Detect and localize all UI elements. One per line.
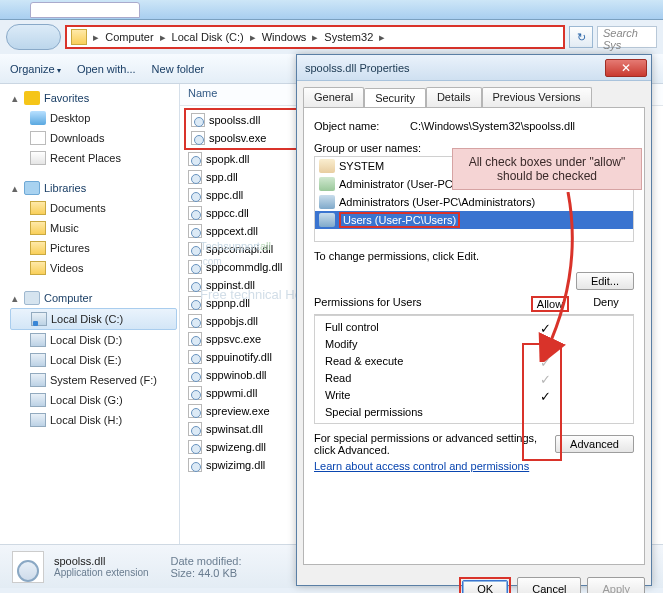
window-tab[interactable] [30, 2, 140, 18]
nav-libraries-header[interactable]: ▴Libraries [8, 178, 179, 198]
computer-icon [24, 291, 40, 305]
allow-check-icon [517, 406, 573, 418]
folder-icon [30, 261, 46, 275]
folder-icon [30, 201, 46, 215]
drive-icon [30, 393, 46, 407]
status-filetype: Application extension [54, 567, 149, 578]
permissions-list: Full control✓Modify✓Read & execute✓Read✓… [314, 315, 634, 424]
group-item[interactable]: Users (User-PC\Users) [315, 211, 633, 229]
folder-icon [71, 29, 87, 45]
user-group-icon [319, 177, 335, 191]
nav-item-music[interactable]: Music [8, 218, 179, 238]
nav-item-drive-d[interactable]: Local Disk (D:) [8, 330, 179, 350]
chevron-right-icon[interactable]: ▸ [91, 31, 101, 44]
exe-icon [191, 131, 205, 145]
refresh-button[interactable]: ↻ [569, 26, 593, 48]
file-icon [188, 332, 202, 346]
cancel-button[interactable]: Cancel [517, 577, 581, 593]
group-item[interactable]: Administrators (User-PC\Administrators) [315, 193, 633, 211]
breadcrumb-segment[interactable]: Local Disk (C:) [168, 31, 248, 43]
status-datemod-label: Date modified: [171, 555, 242, 567]
dialog-buttons: OK Cancel Apply [297, 571, 651, 593]
allow-check-icon: ✓ [517, 372, 573, 387]
allow-check-icon: ✓ [517, 338, 573, 353]
dialog-titlebar[interactable]: spoolss.dll Properties ✕ [297, 55, 651, 81]
organize-menu[interactable]: Organize [10, 63, 61, 75]
chevron-right-icon[interactable]: ▸ [158, 31, 168, 44]
desktop-icon [30, 111, 46, 125]
tab-general[interactable]: General [303, 87, 364, 107]
nav-item-videos[interactable]: Videos [8, 258, 179, 278]
deny-column-header: Deny [578, 296, 634, 312]
file-icon [188, 278, 202, 292]
nav-item-drive-g[interactable]: Local Disk (G:) [8, 390, 179, 410]
apply-button[interactable]: Apply [587, 577, 645, 593]
tab-details[interactable]: Details [426, 87, 482, 107]
drive-icon [30, 413, 46, 427]
change-perm-text: To change permissions, click Edit. [314, 250, 634, 262]
file-icon [188, 296, 202, 310]
nav-pane: ▴Favorites Desktop Downloads Recent Plac… [0, 84, 180, 544]
allow-check-icon: ✓ [517, 355, 573, 370]
learn-link[interactable]: Learn about access control and permissio… [314, 460, 634, 472]
nav-item-documents[interactable]: Documents [8, 198, 179, 218]
nav-item-drive-e[interactable]: Local Disk (E:) [8, 350, 179, 370]
dll-icon [191, 113, 205, 127]
advanced-button[interactable]: Advanced [555, 435, 634, 453]
nav-computer-header[interactable]: ▴Computer [8, 288, 179, 308]
nav-item-drive-f[interactable]: System Reserved (F:) [8, 370, 179, 390]
status-size-label: Size: [171, 567, 195, 579]
file-icon [188, 206, 202, 220]
star-icon [24, 91, 40, 105]
nav-item-downloads[interactable]: Downloads [8, 128, 179, 148]
breadcrumb[interactable]: ▸ Computer ▸ Local Disk (C:) ▸ Windows ▸… [65, 25, 565, 49]
drive-icon [31, 312, 47, 326]
nav-item-pictures[interactable]: Pictures [8, 238, 179, 258]
status-size-value: 44.0 KB [198, 567, 237, 579]
chevron-right-icon[interactable]: ▸ [377, 31, 387, 44]
ok-button[interactable]: OK [462, 580, 508, 593]
chevron-right-icon[interactable]: ▸ [248, 31, 258, 44]
nav-back-forward[interactable] [6, 24, 61, 50]
file-row[interactable]: spoolss.dll [187, 111, 311, 129]
drive-icon [30, 353, 46, 367]
properties-dialog: spoolss.dll Properties ✕ General Securit… [296, 54, 652, 586]
user-group-icon [319, 195, 335, 209]
permission-row: Read & execute✓ [319, 354, 629, 371]
nav-favorites-header[interactable]: ▴Favorites [8, 88, 179, 108]
nav-item-desktop[interactable]: Desktop [8, 108, 179, 128]
address-bar: ▸ Computer ▸ Local Disk (C:) ▸ Windows ▸… [0, 20, 663, 54]
new-folder-button[interactable]: New folder [152, 63, 205, 75]
allow-check-icon: ✓ [517, 389, 573, 404]
file-type-icon [12, 551, 44, 583]
file-icon [188, 224, 202, 238]
drive-icon [30, 373, 46, 387]
window-titlebar [0, 0, 663, 20]
allow-check-icon: ✓ [517, 321, 573, 336]
permission-row: Write✓ [319, 388, 629, 405]
user-group-icon [319, 159, 335, 173]
tab-security[interactable]: Security [364, 88, 426, 108]
recent-icon [30, 151, 46, 165]
chevron-right-icon[interactable]: ▸ [310, 31, 320, 44]
highlighted-files: spoolss.dll spoolsv.exe [184, 108, 314, 150]
breadcrumb-segment[interactable]: Computer [101, 31, 157, 43]
nav-item-recent[interactable]: Recent Places [8, 148, 179, 168]
open-with-button[interactable]: Open with... [77, 63, 136, 75]
breadcrumb-segment[interactable]: Windows [258, 31, 311, 43]
file-icon [188, 188, 202, 202]
file-icon [188, 404, 202, 418]
nav-item-drive-c[interactable]: Local Disk (C:) [10, 308, 177, 330]
permission-row: Special permissions [319, 405, 629, 419]
downloads-icon [30, 131, 46, 145]
nav-item-drive-h[interactable]: Local Disk (H:) [8, 410, 179, 430]
close-button[interactable]: ✕ [605, 59, 647, 77]
drive-icon [30, 333, 46, 347]
search-input[interactable]: Search Sys [597, 26, 657, 48]
status-filename: spoolss.dll [54, 555, 149, 567]
edit-button[interactable]: Edit... [576, 272, 634, 290]
permission-row: Modify✓ [319, 337, 629, 354]
file-row[interactable]: spoolsv.exe [187, 129, 311, 147]
breadcrumb-segment[interactable]: System32 [320, 31, 377, 43]
tab-previous-versions[interactable]: Previous Versions [482, 87, 592, 107]
